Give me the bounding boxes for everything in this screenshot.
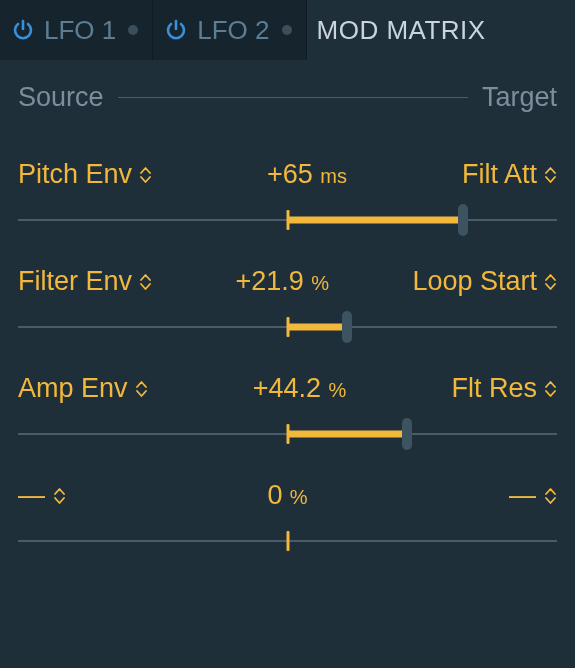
- amount-unit: %: [290, 486, 308, 508]
- source-label: Amp Env: [18, 373, 128, 404]
- amount-value[interactable]: +65 ms: [267, 159, 347, 190]
- up-down-icon: [545, 165, 557, 185]
- amount-unit: %: [311, 272, 329, 294]
- mod-row: Amp Env +44.2 %Flt Res: [18, 343, 557, 450]
- tab-lfo2-label: LFO 2: [197, 15, 269, 46]
- target-label: Flt Res: [451, 373, 537, 404]
- mod-row: — 0 %—: [18, 450, 557, 557]
- target-label: Filt Att: [462, 159, 537, 190]
- mod-row: Filter Env +21.9 %Loop Start: [18, 236, 557, 343]
- indicator-dot-icon: [282, 25, 292, 35]
- amount-unit: %: [328, 379, 346, 401]
- amount-slider[interactable]: [18, 418, 557, 450]
- slider-fill: [288, 324, 347, 331]
- target-label: —: [509, 480, 537, 511]
- amount-number: 0: [267, 480, 282, 510]
- power-icon[interactable]: [10, 17, 36, 43]
- amount-number: +65: [267, 159, 313, 189]
- tab-bar: LFO 1 LFO 2 MOD MATRIX: [0, 0, 575, 60]
- tab-mod-matrix[interactable]: MOD MATRIX: [307, 0, 500, 60]
- tab-mod-matrix-label: MOD MATRIX: [317, 15, 486, 46]
- amount-unit: ms: [320, 165, 347, 187]
- slider-center-tick-icon: [286, 531, 289, 551]
- target-picker[interactable]: Flt Res: [451, 373, 557, 404]
- tab-lfo1[interactable]: LFO 1: [0, 0, 153, 60]
- up-down-icon: [545, 486, 557, 506]
- mod-row-top: Pitch Env +65 msFilt Att: [18, 159, 557, 190]
- header-divider: [118, 97, 468, 98]
- mod-row-top: Amp Env +44.2 %Flt Res: [18, 373, 557, 404]
- up-down-icon: [136, 379, 148, 399]
- source-picker[interactable]: —: [18, 480, 66, 511]
- up-down-icon: [545, 272, 557, 292]
- tab-lfo1-label: LFO 1: [44, 15, 116, 46]
- amount-value[interactable]: 0 %: [267, 480, 307, 511]
- slider-handle[interactable]: [342, 311, 352, 343]
- amount-value[interactable]: +44.2 %: [253, 373, 347, 404]
- mod-row: Pitch Env +65 msFilt Att: [18, 129, 557, 236]
- source-header: Source: [18, 82, 104, 113]
- target-picker[interactable]: —: [509, 480, 557, 511]
- source-label: Pitch Env: [18, 159, 132, 190]
- mod-row-top: — 0 %—: [18, 480, 557, 511]
- amount-number: +44.2: [253, 373, 321, 403]
- source-picker[interactable]: Pitch Env: [18, 159, 152, 190]
- source-label: Filter Env: [18, 266, 132, 297]
- indicator-dot-icon: [128, 25, 138, 35]
- slider-fill: [288, 431, 407, 438]
- column-header-row: Source Target: [0, 60, 575, 121]
- power-icon[interactable]: [163, 17, 189, 43]
- slider-handle[interactable]: [402, 418, 412, 450]
- target-label: Loop Start: [412, 266, 537, 297]
- slider-handle[interactable]: [458, 204, 468, 236]
- amount-slider[interactable]: [18, 311, 557, 343]
- source-picker[interactable]: Amp Env: [18, 373, 148, 404]
- amount-number: +21.9: [235, 266, 303, 296]
- target-picker[interactable]: Filt Att: [462, 159, 557, 190]
- slider-fill: [288, 217, 463, 224]
- tab-lfo2[interactable]: LFO 2: [153, 0, 306, 60]
- amount-slider[interactable]: [18, 204, 557, 236]
- target-header: Target: [482, 82, 557, 113]
- up-down-icon: [140, 165, 152, 185]
- up-down-icon: [140, 272, 152, 292]
- target-picker[interactable]: Loop Start: [412, 266, 557, 297]
- amount-slider[interactable]: [18, 525, 557, 557]
- source-picker[interactable]: Filter Env: [18, 266, 152, 297]
- amount-value[interactable]: +21.9 %: [235, 266, 329, 297]
- source-label: —: [18, 480, 46, 511]
- mod-row-top: Filter Env +21.9 %Loop Start: [18, 266, 557, 297]
- up-down-icon: [54, 486, 66, 506]
- up-down-icon: [545, 379, 557, 399]
- mod-rows: Pitch Env +65 msFilt Att Filter Env +21.…: [0, 121, 575, 557]
